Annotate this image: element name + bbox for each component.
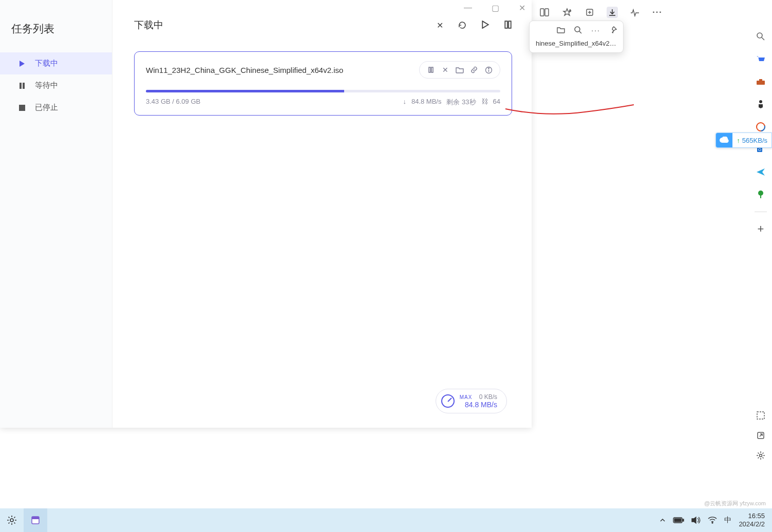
tray-wifi-icon[interactable] (708, 517, 717, 524)
pause-all-button[interactable] (504, 21, 512, 30)
tray-chevron-icon[interactable] (660, 518, 666, 523)
pause-download-button[interactable] (425, 64, 437, 76)
svg-point-47 (712, 522, 713, 523)
sidebar-item-stopped[interactable]: 已停止 (0, 97, 112, 119)
split-screen-icon[interactable] (539, 7, 550, 18)
svg-point-24 (757, 33, 762, 38)
download-card-controls: ✕ (419, 61, 500, 79)
sidebar-title: 任务列表 (0, 22, 112, 52)
speed-upload: 0 KB/s (479, 393, 497, 401)
rail-shopping-icon[interactable] (755, 53, 766, 65)
download-size-text: 3.43 GB / 6.09 GB (146, 98, 200, 107)
svg-marker-4 (482, 21, 488, 28)
rail-screenshot-icon[interactable] (756, 411, 765, 420)
browser-toolbar: ··· (532, 3, 772, 22)
svg-rect-1 (20, 83, 22, 89)
more-icon[interactable]: ··· (652, 7, 663, 18)
performance-icon[interactable] (629, 7, 641, 18)
sidebar-item-waiting[interactable]: 等待中 (0, 74, 112, 97)
speed-text-group: MAX 0 KB/s 84.8 MB/s (460, 393, 497, 409)
svg-marker-33 (757, 168, 765, 176)
speed-max-label: MAX (460, 394, 473, 400)
svg-rect-26 (757, 81, 765, 85)
speed-gauge-box[interactable]: MAX 0 KB/s 84.8 MB/s (436, 389, 507, 413)
favorites-icon[interactable] (561, 7, 573, 18)
svg-marker-0 (20, 61, 25, 67)
cloud-speed-text-group: ↑ 565KB/s (732, 137, 771, 144)
rail-settings-icon[interactable] (756, 451, 765, 460)
svg-point-40 (10, 519, 13, 522)
rail-add-icon[interactable]: + (755, 223, 766, 235)
svg-point-39 (760, 454, 762, 457)
svg-rect-45 (674, 519, 681, 522)
copy-link-button[interactable] (468, 64, 480, 76)
downloads-icon[interactable] (607, 7, 618, 18)
main-title: 下载中 (134, 18, 163, 32)
popup-more-icon[interactable]: ··· (591, 26, 600, 34)
svg-rect-3 (19, 105, 25, 111)
rail-tools-icon[interactable] (755, 76, 766, 87)
svg-marker-14 (563, 9, 571, 15)
pause-icon (17, 81, 27, 90)
taskbar: 中 16:55 2024/2/2 (0, 508, 772, 532)
svg-rect-35 (760, 195, 761, 198)
download-remaining-text: 剩余 33秒 (446, 98, 476, 107)
play-icon (17, 59, 27, 68)
tray-date: 2024/2/2 (739, 520, 765, 528)
taskbar-left (0, 508, 47, 532)
svg-rect-36 (757, 412, 764, 419)
cloud-icon (716, 133, 732, 147)
download-card[interactable]: Win11_23H2_China_GGK_Chinese_Simplified_… (134, 51, 512, 116)
gauge-icon (441, 394, 455, 408)
refresh-button[interactable] (458, 21, 467, 30)
browser-side-rail-bottom (749, 411, 772, 460)
taskbar-app-icon[interactable] (24, 508, 47, 532)
tray-battery-icon[interactable] (673, 517, 684, 523)
main-header: 下载中 ✕ (134, 18, 512, 32)
svg-rect-8 (431, 67, 433, 72)
popup-pin-icon[interactable] (610, 26, 617, 34)
info-button[interactable] (482, 64, 495, 76)
popup-folder-icon[interactable] (557, 26, 565, 34)
stop-icon (17, 103, 27, 112)
browser-popup-filename[interactable]: hinese_Simplified_x64v2.... (536, 40, 617, 47)
download-filename: Win11_23H2_China_GGK_Chinese_Simplified_… (146, 66, 343, 74)
tray-volume-icon[interactable] (691, 516, 701, 524)
svg-point-34 (758, 191, 763, 196)
svg-rect-6 (509, 21, 511, 28)
cloud-speed-widget[interactable]: ↑ 565KB/s (715, 132, 772, 148)
tray-ime-text[interactable]: 中 (724, 516, 731, 525)
taskbar-settings-icon[interactable] (0, 508, 24, 532)
popup-search-icon[interactable] (574, 26, 582, 34)
svg-rect-13 (545, 9, 549, 16)
rail-tree-icon[interactable] (755, 189, 766, 200)
download-speed-group: ↓ 84.8 MB/s 剩余 33秒 ⛓ 64 (403, 98, 500, 107)
rail-send-icon[interactable] (755, 166, 766, 178)
download-card-header: Win11_23H2_China_GGK_Chinese_Simplified_… (146, 61, 500, 79)
tray-clock[interactable]: 16:55 2024/2/2 (739, 512, 765, 529)
sidebar-item-label: 等待中 (35, 81, 58, 90)
resume-all-button[interactable] (481, 21, 489, 30)
annotation-curve (503, 103, 636, 118)
svg-point-11 (488, 68, 488, 68)
download-connections-text: 64 (493, 98, 500, 107)
svg-rect-12 (540, 9, 544, 16)
delete-all-button[interactable]: ✕ (437, 21, 443, 30)
svg-text:O: O (758, 147, 761, 152)
open-folder-button[interactable] (454, 64, 466, 76)
rail-games-icon[interactable] (755, 99, 766, 110)
rail-share-icon[interactable] (757, 431, 765, 440)
sidebar-item-label: 下载中 (35, 59, 58, 68)
rail-divider (755, 212, 767, 212)
sidebar-item-downloading[interactable]: 下载中 (0, 52, 112, 74)
progress-bar-track (146, 90, 500, 92)
rail-search-icon[interactable] (755, 31, 766, 42)
download-manager-window: — ▢ ✕ 任务列表 下载中 等待中 已停止 下载中 ✕ (0, 0, 532, 428)
rail-office-icon[interactable] (755, 121, 766, 132)
svg-rect-42 (32, 517, 39, 519)
svg-rect-2 (23, 83, 25, 89)
collections-icon[interactable] (584, 7, 595, 18)
connections-icon: ⛓ (481, 98, 488, 107)
tray-time: 16:55 (739, 512, 765, 520)
cancel-download-button[interactable]: ✕ (439, 64, 451, 76)
